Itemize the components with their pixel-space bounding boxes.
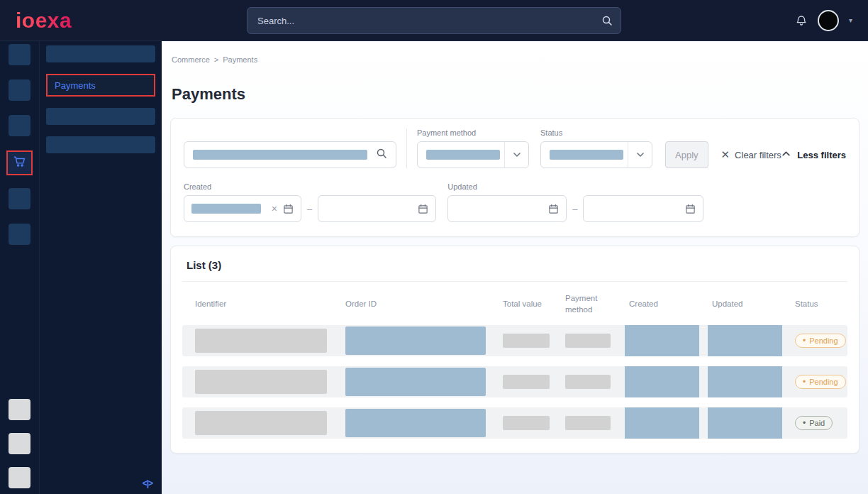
redacted-payment-method xyxy=(565,334,611,348)
search-icon xyxy=(601,15,613,29)
column-header-identifier: Identifier xyxy=(182,299,333,310)
rail-bottom-item-2[interactable] xyxy=(9,433,30,454)
redacted-created xyxy=(625,407,699,439)
updated-from-date-input[interactable] xyxy=(447,195,567,222)
created-range-filter: Created × xyxy=(184,182,301,222)
clear-filters-button[interactable]: ✕ Clear filters xyxy=(721,141,781,168)
redacted-identifier xyxy=(195,329,327,353)
rail-bottom-group xyxy=(9,399,30,488)
clear-x-icon: ✕ xyxy=(721,148,730,161)
table-row[interactable]: • Paid xyxy=(182,407,847,439)
breadcrumb-commerce[interactable]: Commerce xyxy=(172,55,210,64)
redacted-search-value xyxy=(193,150,367,160)
redacted-total-value xyxy=(503,334,550,348)
status-dot-icon: • xyxy=(803,378,806,386)
shell: Payments <|> Commerce > Payments Payment… xyxy=(0,41,868,494)
topbar: ioexa ▾ xyxy=(0,0,868,41)
filters-row-2: Created × – xyxy=(184,182,846,222)
updated-label: Updated xyxy=(447,182,567,191)
user-menu-caret-icon[interactable]: ▾ xyxy=(849,16,852,24)
rail-nav-item-2[interactable] xyxy=(9,79,30,101)
rail-nav-item-6[interactable] xyxy=(9,224,30,245)
sidebar-item-redacted-2[interactable] xyxy=(46,108,155,125)
payment-method-label: Payment method xyxy=(417,128,529,137)
created-from-date-input[interactable]: × xyxy=(184,195,301,222)
redacted-identifier xyxy=(195,411,327,435)
redacted-identifier xyxy=(195,370,327,394)
clear-date-icon[interactable]: × xyxy=(272,204,277,214)
status-badge: • Pending xyxy=(795,375,846,389)
sidebar-item-payments-label: Payments xyxy=(55,80,96,91)
status-badge-label: Pending xyxy=(809,378,838,386)
redacted-updated xyxy=(708,407,782,439)
search-input[interactable] xyxy=(247,7,621,34)
filters-row-1: Payment method Status xyxy=(184,128,846,168)
sidebar-collapse-icon[interactable]: <|> xyxy=(140,477,155,490)
rail-nav-item-5[interactable] xyxy=(9,188,30,209)
redacted-order-id xyxy=(345,326,486,355)
less-filters-button[interactable]: Less filters xyxy=(781,141,846,168)
redacted-order-id xyxy=(345,368,486,396)
apply-button[interactable]: Apply xyxy=(665,141,708,168)
shopping-cart-icon xyxy=(13,155,26,171)
status-badge: • Paid xyxy=(795,416,833,430)
redacted-created xyxy=(625,325,699,356)
column-header-total-value: Total value xyxy=(490,299,552,310)
table-row[interactable]: • Pending xyxy=(182,325,847,356)
calendar-icon[interactable] xyxy=(283,204,294,214)
redacted-select-value xyxy=(426,150,500,160)
sidebar-item-redacted-3[interactable] xyxy=(46,136,155,153)
column-header-payment-method: Payment method xyxy=(552,293,616,315)
filter-divider xyxy=(406,128,407,168)
created-range: × xyxy=(184,195,301,222)
status-badge-label: Pending xyxy=(809,336,838,345)
range-dash: – xyxy=(572,204,577,214)
table-header: Identifier Order ID Total value Payment … xyxy=(182,282,847,325)
search-icon xyxy=(376,148,387,162)
redacted-date-value xyxy=(191,204,261,214)
global-search xyxy=(247,7,621,34)
sidebar-item-redacted-1[interactable] xyxy=(46,45,155,62)
column-header-status: Status xyxy=(782,299,847,310)
sidebar-panel: Payments <|> xyxy=(39,41,162,494)
redacted-order-id xyxy=(345,409,486,437)
redacted-total-value xyxy=(503,416,550,430)
status-dot-icon: • xyxy=(803,336,806,345)
topbar-right: ▾ xyxy=(795,10,852,31)
calendar-icon[interactable] xyxy=(548,204,559,214)
column-header-updated: Updated xyxy=(699,299,782,310)
calendar-icon[interactable] xyxy=(418,204,428,214)
list-title: List (3) xyxy=(182,256,847,282)
filter-search-input[interactable] xyxy=(184,141,396,168)
chevron-down-icon xyxy=(504,142,528,168)
rail-nav-item-commerce[interactable] xyxy=(6,150,33,175)
avatar[interactable] xyxy=(818,10,839,31)
rail-nav-item-3[interactable] xyxy=(9,115,30,136)
redacted-created xyxy=(625,366,699,397)
status-select[interactable] xyxy=(540,141,652,168)
redacted-updated xyxy=(708,366,782,397)
payment-method-select[interactable] xyxy=(417,141,529,168)
updated-to-date-input[interactable] xyxy=(583,195,703,222)
status-filter: Status xyxy=(540,128,652,168)
rail-nav-item-1[interactable] xyxy=(9,44,30,65)
rail-bottom-item-1[interactable] xyxy=(9,399,30,420)
table-row[interactable]: • Pending xyxy=(182,366,847,397)
status-badge: • Pending xyxy=(795,334,846,348)
logo[interactable]: ioexa xyxy=(16,9,72,33)
icon-rail xyxy=(0,41,39,494)
updated-range xyxy=(447,195,567,222)
sidebar-item-payments[interactable]: Payments xyxy=(46,74,155,97)
status-badge-label: Paid xyxy=(809,419,825,427)
calendar-icon[interactable] xyxy=(685,204,696,214)
notifications-bell-icon[interactable] xyxy=(795,14,808,27)
rail-bottom-item-3[interactable] xyxy=(9,467,30,488)
payment-method-filter: Payment method xyxy=(417,128,529,168)
redacted-payment-method xyxy=(565,416,611,430)
updated-range-filter: Updated xyxy=(447,182,567,222)
less-filters-label: Less filters xyxy=(797,150,846,160)
status-label: Status xyxy=(540,128,652,137)
status-dot-icon: • xyxy=(803,419,806,427)
created-to-date-input[interactable] xyxy=(318,195,436,222)
breadcrumb: Commerce > Payments xyxy=(172,55,859,64)
